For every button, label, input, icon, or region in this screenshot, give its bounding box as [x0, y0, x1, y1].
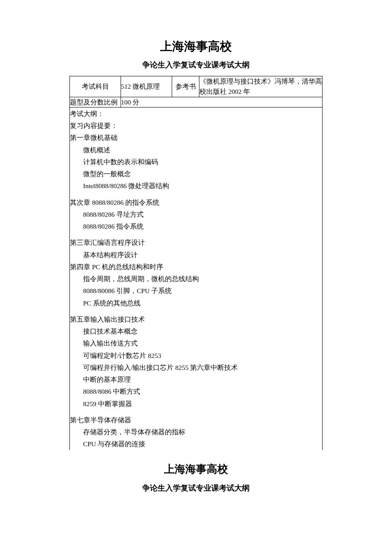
content-line: 其次章 8088/80286 的指令系统	[70, 196, 322, 208]
content-line: 微型的一般概念	[70, 168, 322, 180]
content-line: 基本结构程序设计	[70, 249, 322, 261]
reference-value: 《微机原理与接口技术》冯博琴，清华高校出版社 2002 年	[199, 76, 323, 97]
page-title: 上海海事高校	[34, 38, 358, 55]
content-line: CPU 与存储器的连接	[70, 438, 322, 450]
reference-label: 参考书	[172, 76, 199, 97]
content-line: 8088/80286 指令系统	[70, 221, 322, 232]
content-line: 可编程并行输入/输出接口芯片 8255 第六章中断技术	[70, 361, 322, 373]
content-line: 微机概述	[70, 144, 322, 156]
content-line: 第三章汇编语言程序设计	[70, 237, 322, 249]
content-line: 第一章微机基础	[70, 132, 322, 144]
content-line: 计算机中数的表示和编码	[70, 156, 322, 168]
score-label: 题型及分数比例	[70, 97, 121, 108]
footer-title: 上海海事高校	[34, 462, 358, 476]
subject-value: 512 微机原理	[121, 76, 172, 97]
content-line: 中断的基本原理	[70, 374, 322, 386]
content-line: Intel8088/80286 微处理器结构	[70, 180, 322, 192]
content-line: 指令周期，总线周期，微机的总线结构	[70, 273, 322, 285]
page-subtitle: 争论生入学复试专业课考试大纲	[34, 60, 358, 70]
content-line: 存储器分类，半导体存储器的指标	[70, 426, 322, 438]
content-line: 输入输出传送方式	[70, 337, 322, 349]
content-line: 第五章输入输出接口技术	[70, 313, 322, 325]
content-line: PC 系统的其他总线	[70, 297, 322, 309]
content-line: 8259 中断掌握器	[70, 398, 322, 410]
document-page: 上海海事高校 争论生入学复试专业课考试大纲 考试科目 512 微机原理 参考书 …	[34, 0, 358, 519]
syllabus-content: 考试大纲： 复习内容提要： 第一章微机基础 微机概述 计算机中数的表示和编码 微…	[70, 108, 323, 450]
table-row: 考试科目 512 微机原理 参考书 《微机原理与接口技术》冯博琴，清华高校出版社…	[70, 76, 323, 97]
content-line: 8088/80086 引脚，CPU 子系统	[70, 285, 322, 297]
score-value: 100 分	[121, 97, 323, 108]
footer-subtitle: 争论生入学复试专业课考试大纲	[34, 483, 358, 493]
table-row: 考试大纲： 复习内容提要： 第一章微机基础 微机概述 计算机中数的表示和编码 微…	[70, 108, 323, 450]
content-line: 接口技术基本概念	[70, 325, 322, 337]
content-line: 可编程定时/计数芯片 8253	[70, 349, 322, 361]
content-line: 8088/80286 寻址方式	[70, 208, 322, 220]
content-line: 复习内容提要：	[70, 120, 322, 132]
content-line: 考试大纲：	[70, 108, 322, 119]
content-line: 8088/8086 中断方式	[70, 386, 322, 398]
content-line: 第七章半导体存储器	[70, 414, 322, 426]
syllabus-table: 考试科目 512 微机原理 参考书 《微机原理与接口技术》冯博琴，清华高校出版社…	[69, 76, 323, 450]
content-line: 第四章 PC 机的总线结构和时序	[70, 261, 322, 273]
table-row: 题型及分数比例 100 分	[70, 97, 323, 108]
subject-label: 考试科目	[70, 76, 121, 97]
